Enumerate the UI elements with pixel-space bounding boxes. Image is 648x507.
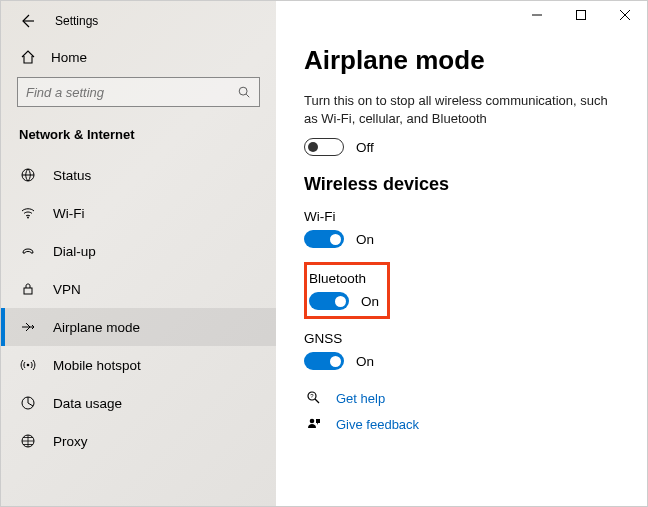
svg-point-2 bbox=[27, 217, 29, 219]
proxy-icon bbox=[19, 433, 37, 449]
svg-point-10 bbox=[310, 419, 315, 424]
vpn-icon bbox=[19, 281, 37, 297]
help-icon: ? bbox=[304, 390, 324, 406]
home-icon bbox=[19, 49, 37, 65]
nav-proxy[interactable]: Proxy bbox=[1, 422, 276, 460]
nav-wifi[interactable]: Wi-Fi bbox=[1, 194, 276, 232]
get-help-link[interactable]: ? Get help bbox=[304, 390, 619, 406]
wifi-device: Wi-Fi On bbox=[304, 209, 619, 248]
svg-point-0 bbox=[239, 87, 247, 95]
back-button[interactable] bbox=[15, 9, 39, 33]
sidebar: Settings Home Network & Internet Status bbox=[1, 1, 276, 506]
home-nav[interactable]: Home bbox=[1, 41, 276, 77]
bluetooth-toggle[interactable] bbox=[309, 292, 349, 310]
close-button[interactable] bbox=[603, 1, 647, 29]
gnss-toggle[interactable] bbox=[304, 352, 344, 370]
feedback-link[interactable]: Give feedback bbox=[304, 416, 619, 432]
nav-vpn[interactable]: VPN bbox=[1, 270, 276, 308]
nav-dialup[interactable]: Dial-up bbox=[1, 232, 276, 270]
gnss-device: GNSS On bbox=[304, 331, 619, 370]
svg-text:?: ? bbox=[310, 393, 314, 399]
svg-rect-7 bbox=[577, 11, 586, 20]
minimize-button[interactable] bbox=[515, 1, 559, 29]
hotspot-icon bbox=[19, 357, 37, 373]
app-title: Settings bbox=[55, 14, 98, 28]
page-description: Turn this on to stop all wireless commun… bbox=[304, 92, 619, 128]
airplane-icon bbox=[19, 319, 37, 335]
nav-airplane[interactable]: Airplane mode bbox=[1, 308, 276, 346]
globe-icon bbox=[19, 167, 37, 183]
wifi-toggle[interactable] bbox=[304, 230, 344, 248]
highlight-annotation: Bluetooth On bbox=[304, 262, 390, 319]
wireless-heading: Wireless devices bbox=[304, 174, 619, 195]
wifi-icon bbox=[19, 205, 37, 221]
search-input[interactable] bbox=[17, 77, 260, 107]
maximize-button[interactable] bbox=[559, 1, 603, 29]
airplane-toggle-label: Off bbox=[356, 140, 374, 155]
search-icon bbox=[237, 85, 251, 99]
dialup-icon bbox=[19, 243, 37, 259]
home-label: Home bbox=[51, 50, 87, 65]
nav-datausage[interactable]: Data usage bbox=[1, 384, 276, 422]
svg-rect-3 bbox=[24, 288, 32, 294]
nav-hotspot[interactable]: Mobile hotspot bbox=[1, 346, 276, 384]
airplane-toggle[interactable] bbox=[304, 138, 344, 156]
feedback-icon bbox=[304, 416, 324, 432]
main-content: Airplane mode Turn this on to stop all w… bbox=[276, 1, 647, 506]
data-icon bbox=[19, 395, 37, 411]
section-title: Network & Internet bbox=[1, 121, 276, 156]
nav-status[interactable]: Status bbox=[1, 156, 276, 194]
svg-point-4 bbox=[27, 364, 30, 367]
